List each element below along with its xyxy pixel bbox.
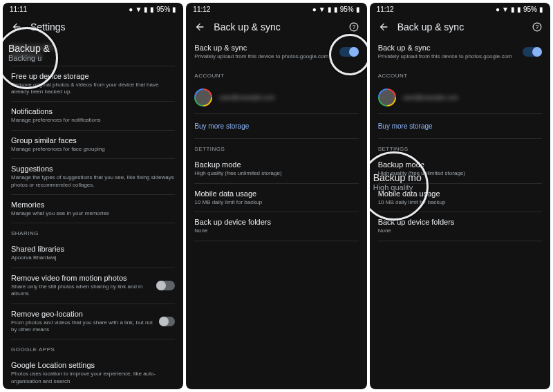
section-account: ACCOUNT	[194, 66, 358, 82]
page-title: Settings	[30, 21, 66, 32]
backup-sync-toggle-row: Back up & syncPrivately upload from this…	[378, 38, 542, 66]
section-account: ACCOUNT	[378, 66, 542, 82]
zoom-title: Backup mo	[373, 172, 422, 183]
item-shared-libraries[interactable]: Shared librariesApoorva Bhardwaj	[11, 239, 175, 268]
status-bar: 11:12 ●▼▮▮95%▮	[370, 3, 550, 16]
phone-screen-3: Backup mo High quality 11:12 ●▼▮▮95%▮ Ba…	[370, 3, 550, 389]
item-free-storage[interactable]: Free up device storageRemove original ph…	[11, 66, 175, 102]
svg-text:?: ?	[536, 24, 539, 30]
buy-storage-button[interactable]: Buy more storage	[378, 114, 542, 139]
zoom-title: Backup &	[8, 43, 50, 54]
page-title: Back up & sync	[397, 21, 465, 32]
status-icons: ●▼▮▮95%▮	[129, 6, 176, 13]
item-device-folders[interactable]: Back up device foldersNone	[378, 212, 542, 241]
back-icon[interactable]	[194, 21, 205, 32]
item-backup-mode[interactable]: Backup modeHigh quality (free unlimited …	[194, 155, 358, 183]
status-time: 11:12	[377, 6, 394, 13]
app-bar: Settings	[3, 16, 183, 38]
help-icon[interactable]: ?	[349, 22, 359, 32]
item-mobile-data[interactable]: Mobile data usage10 MB daily limit for b…	[194, 184, 358, 212]
backup-content: Back up & syncPrivately upload from this…	[186, 38, 366, 389]
phone-screen-1: Backup & Backing u 11:11 ●▼▮▮95%▮ Settin…	[3, 3, 183, 389]
toggle-switch[interactable]	[156, 281, 175, 290]
avatar	[378, 88, 396, 106]
buy-storage-button[interactable]: Buy more storage	[194, 114, 358, 139]
app-bar: Back up & sync ?	[370, 16, 550, 38]
account-row[interactable]: user@example.com	[378, 82, 542, 114]
item-group-faces[interactable]: Group similar facesManage preferences fo…	[11, 131, 175, 159]
toggle-switch[interactable]	[159, 317, 175, 326]
svg-text:?: ?	[352, 24, 355, 30]
account-email: user@example.com	[403, 94, 458, 101]
status-bar: 11:12 ●▼▮▮95%▮	[186, 3, 366, 16]
item-location-settings[interactable]: Google Location settingsPhotos uses loca…	[11, 355, 175, 389]
account-email: user@example.com	[219, 94, 274, 101]
status-time: 11:11	[10, 6, 27, 13]
zoom-sub: High quality	[373, 183, 422, 192]
item-device-folders[interactable]: Back up device foldersNone	[194, 212, 358, 241]
section-google-apps: GOOGLE APPS	[11, 339, 175, 355]
status-bar: 11:11 ●▼▮▮95%▮	[3, 3, 183, 16]
item-notifications[interactable]: NotificationsManage preferences for noti…	[11, 102, 175, 130]
status-icons: ●▼▮▮95%▮	[312, 6, 360, 13]
back-icon[interactable]	[11, 21, 22, 32]
item-remove-motion[interactable]: Remove video from motion photosShare onl…	[11, 268, 175, 304]
settings-list[interactable]: Back up & syncBacking up Free up device …	[3, 38, 183, 389]
app-bar: Back up & sync ?	[186, 16, 366, 38]
avatar	[194, 88, 212, 106]
backup-content: Back up & syncPrivately upload from this…	[370, 38, 550, 389]
section-settings: SETTINGS	[194, 139, 358, 155]
backup-toggle[interactable]	[523, 47, 542, 57]
status-icons: ●▼▮▮95%▮	[496, 6, 543, 13]
page-title: Back up & sync	[214, 21, 281, 32]
account-row[interactable]: user@example.com	[194, 82, 358, 114]
section-sharing: SHARING	[11, 223, 175, 239]
section-settings: SETTINGS	[378, 139, 542, 155]
backup-sync-toggle-row: Back up & syncPrivately upload from this…	[194, 38, 358, 66]
backup-toggle[interactable]	[339, 47, 359, 57]
zoom-overlay: Backup & Backing u	[8, 43, 50, 62]
item-remove-geo[interactable]: Remove geo-locationFrom photos and video…	[11, 304, 175, 340]
back-icon[interactable]	[378, 21, 389, 32]
zoom-overlay: Backup mo High quality	[373, 172, 422, 192]
item-suggestions[interactable]: SuggestionsManage the types of suggestio…	[11, 159, 175, 195]
zoom-sub: Backing u	[8, 54, 50, 62]
item-memories[interactable]: MemoriesManage what you see in your memo…	[11, 195, 175, 223]
phone-screen-2: 11:12 ●▼▮▮95%▮ Back up & sync ? Back up …	[186, 3, 366, 389]
help-icon[interactable]: ?	[532, 22, 542, 32]
status-time: 11:12	[193, 6, 210, 13]
